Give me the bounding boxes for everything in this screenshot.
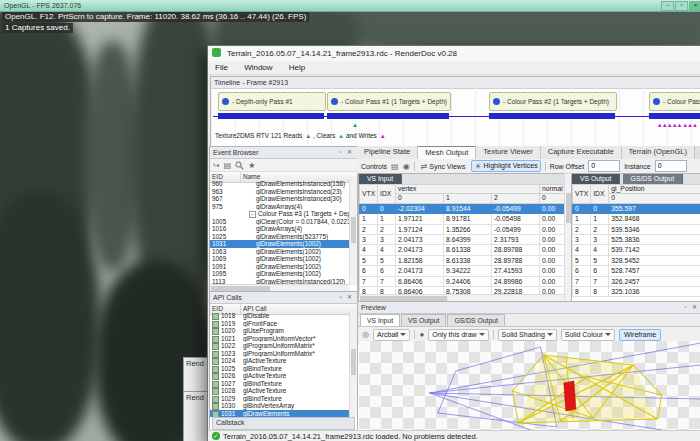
close-icon[interactable]: ✕ — [690, 302, 699, 313]
mesh-data-row[interactable]: 77326.2457 — [573, 276, 700, 286]
event-row[interactable]: 1091glDrawElements(1002) — [210, 263, 350, 271]
mesh-preview-viewport[interactable] — [359, 341, 700, 430]
menu-help[interactable]: Help — [282, 63, 312, 72]
search-icon[interactable] — [235, 161, 244, 170]
api-call-row[interactable]: 1030glBindVertexArray — [210, 402, 350, 410]
api-call-row[interactable]: 1029glBindTexture — [210, 395, 350, 403]
mesh-data-row[interactable]: 00355.597 — [573, 203, 700, 213]
mesh-data-row[interactable]: 111.971218.91781-0.054980.00 — [360, 214, 566, 224]
mesh-data-row[interactable]: 662.041739.3422227.415930.00 — [360, 266, 566, 276]
event-row[interactable]: 1069glDrawElements(1002) — [210, 255, 350, 263]
colour-dropdown[interactable]: Solid Colour — [561, 329, 615, 341]
timeline-pass-colour-1[interactable]: - Colour Pass #1 (1 Targets + Depth) — [327, 92, 451, 111]
api-call-row[interactable]: 1024glActiveTexture — [210, 357, 350, 365]
preview-tab-vs-output[interactable]: VS Output — [401, 314, 446, 326]
mesh-data-row[interactable]: 55328.5452 — [573, 255, 700, 265]
mesh-data-row[interactable]: 22539.5346 — [573, 224, 700, 234]
callstack-section[interactable]: Callstack — [212, 417, 355, 430]
tab-vs-output[interactable]: VS Output — [572, 174, 620, 184]
api-calls-header[interactable]: API Calls ▫ ✕ — [210, 292, 357, 304]
api-call-row[interactable]: 1020glUseProgram — [210, 327, 350, 335]
scrollbar-thumb[interactable] — [351, 349, 356, 375]
save-icon[interactable]: ▤ — [391, 162, 399, 171]
mesh-data-row[interactable]: 00-2.023048.91544-0.054990.00 — [360, 203, 566, 213]
mesh-data-row[interactable]: 221.971241.35266-0.054990.00 — [360, 224, 566, 234]
close-button[interactable]: × — [689, 1, 700, 11]
api-call-row[interactable]: 1022glProgramUniformMatrix* — [210, 342, 350, 350]
mesh-data-row[interactable]: 442.041738.6133828.897880.00 — [360, 245, 566, 255]
api-call-row[interactable]: 1028glActiveTexture — [210, 387, 350, 395]
glposition-group-header[interactable]: gl_Position — [609, 185, 700, 194]
api-call-row[interactable]: 1021glProgramUniformVector* — [210, 335, 350, 343]
api-call-row[interactable]: 1023glProgramUniformMatrix* — [210, 350, 350, 358]
api-call-row[interactable]: 1025glBindTexture — [210, 365, 350, 373]
highlight-vertices-toggle[interactable]: ☀ Highlight Vertices — [471, 160, 540, 172]
event-row[interactable]: 1005glClear(Color = 0.017844, 0.022372, … — [210, 218, 350, 226]
timeline-pass-depth-only[interactable]: - Depth-only Pass #1 — [218, 92, 326, 111]
mesh-data-row[interactable]: 66528.7457 — [573, 266, 700, 276]
mesh-data-row[interactable]: 88325.1036 — [573, 287, 700, 297]
vertical-scrollbar[interactable] — [349, 180, 357, 285]
menu-file[interactable]: File — [208, 63, 235, 72]
timeline-pass-colour-3[interactable]: - Colour Pass — [649, 92, 700, 111]
mesh-data-row[interactable]: 551.821588.6133828.897880.00 — [360, 255, 566, 265]
api-call-row[interactable]: 1019glFrontFace — [210, 320, 350, 328]
event-row[interactable]: 963glDrawElementsInstanced(23) — [210, 188, 350, 196]
close-icon[interactable]: ✕ — [345, 147, 354, 158]
event-row[interactable]: 1095glDrawElements(1002) — [210, 270, 350, 278]
camera-mode-dropdown[interactable]: Arcball — [373, 329, 410, 341]
api-call-row[interactable]: 1026glActiveTexture — [210, 372, 350, 380]
goto-eid-icon[interactable]: ↪ — [213, 161, 220, 170]
sync-views-button[interactable]: ⇄ Sync Views — [419, 162, 468, 171]
col-position-0[interactable]: 0 — [609, 194, 700, 203]
tab-texture-viewer[interactable]: Texture Viewer — [476, 146, 540, 159]
col-normal-0[interactable]: 0 — [540, 194, 566, 203]
event-row[interactable]: 1016glDrawArrays(4) — [210, 225, 350, 233]
vertical-scrollbar[interactable] — [349, 312, 357, 417]
event-row[interactable]: 1031glDrawElements(1002) — [210, 240, 350, 248]
minimize-button[interactable]: – — [661, 1, 674, 11]
float-icon[interactable]: ▫ — [681, 302, 690, 313]
vs-output-table[interactable]: VTX IDX gl_Position 0 00355.59711352.846… — [572, 184, 700, 297]
event-row[interactable]: 975glDrawArrays(4) — [210, 203, 350, 211]
shading-dropdown[interactable]: Solid Shading — [498, 329, 557, 341]
api-call-row[interactable]: 1018glDisable — [210, 312, 350, 320]
wireframe-toggle[interactable]: Wireframe — [619, 329, 661, 341]
mesh-data-row[interactable]: 44539.7142 — [573, 245, 700, 255]
vs-input-table[interactable]: VTX IDX vertex normal 0 1 2 0 00-2.02304… — [359, 184, 566, 297]
export-icon[interactable]: ▤ — [224, 161, 232, 170]
event-row[interactable]: 960glDrawElementsInstanced(156) — [210, 180, 350, 188]
renderdoc-titlebar[interactable]: Terrain_2016.05.07_14.14.21_frame2913.rd… — [208, 46, 700, 62]
mesh-data-row[interactable]: 332.041738.643992.317930.00 — [360, 235, 566, 245]
float-icon[interactable]: ▫ — [336, 292, 345, 303]
event-row[interactable]: −Colour Pass #3 (1 Targets + Depth) — [210, 210, 350, 218]
event-row[interactable]: 1025glDrawElements(523775) — [210, 233, 350, 241]
maximize-button[interactable]: ▫ — [675, 1, 688, 11]
api-call-row[interactable]: 1031glDrawElements — [210, 410, 350, 418]
timeline-pass-colour-2[interactable]: - Colour Pass #2 (1 Targets + Depth) — [489, 92, 617, 111]
col-vertex-2[interactable]: 2 — [492, 194, 540, 203]
col-idx[interactable]: IDX — [591, 185, 609, 204]
tab-terrain-opengl[interactable]: Terrain (OpenGL) — [622, 146, 695, 159]
draw-filter-dropdown[interactable]: Only this draw — [428, 329, 488, 341]
row-offset-input[interactable] — [588, 160, 620, 172]
col-vertex-1[interactable]: 1 — [444, 194, 492, 203]
vertex-group-header[interactable]: vertex — [396, 185, 540, 194]
col-vtx[interactable]: VTX — [573, 185, 591, 204]
event-row[interactable]: 967glDrawElementsInstanced(30) — [210, 195, 350, 203]
scrollbar-thumb[interactable] — [351, 217, 356, 243]
instance-input[interactable] — [655, 160, 687, 172]
api-call-row[interactable]: 1027glBindTexture — [210, 380, 350, 388]
bookmark-star-icon[interactable]: ★ — [248, 161, 255, 170]
normal-group-header[interactable]: normal — [540, 185, 566, 194]
mesh-data-row[interactable]: 11352.8468 — [573, 214, 700, 224]
event-row[interactable]: 1063glDrawElements(1002) — [210, 248, 350, 256]
snapshot-icon[interactable]: ◉ — [403, 162, 410, 171]
col-vtx[interactable]: VTX — [360, 185, 378, 204]
tab-pipeline-state[interactable]: Pipeline State — [357, 146, 418, 159]
col-vertex-0[interactable]: 0 — [396, 194, 444, 203]
float-icon[interactable]: ▫ — [336, 147, 345, 158]
col-idx[interactable]: IDX — [378, 185, 396, 204]
tab-capture-executable[interactable]: Capture Executable — [541, 146, 622, 159]
preview-tab-vs-input[interactable]: VS Input — [360, 314, 400, 326]
